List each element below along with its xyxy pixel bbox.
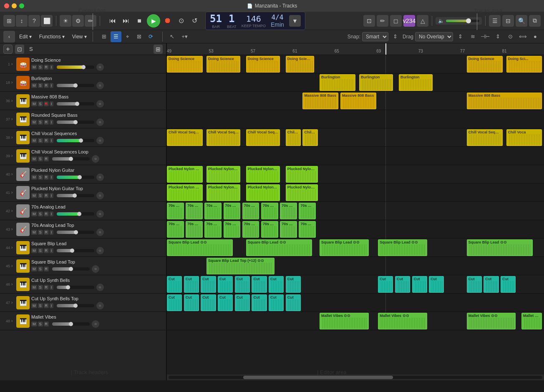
slider-knob[interactable] (70, 249, 74, 253)
clip[interactable]: 70s Anal (299, 221, 316, 238)
ctrl-btn-i[interactable]: I (50, 248, 53, 253)
track-content-row[interactable]: Plucked Nylon GuitPlucked Nylon GuitPluc… (167, 165, 544, 183)
track-content-row[interactable]: 70s Anal70s Anal70s Anal70s Anal70s Anal… (167, 220, 544, 239)
clip[interactable]: 70s Anal (186, 203, 203, 219)
ctrl-btn-s[interactable]: S (38, 101, 43, 106)
right-btn-2[interactable]: ✏ (377, 15, 388, 27)
volume-knob[interactable] (466, 18, 471, 23)
drag-select[interactable]: No Overlap (415, 32, 453, 41)
clip[interactable]: Square Blip Lead ⊙⊙ (467, 239, 533, 256)
clip[interactable]: 70s Anal (186, 221, 203, 238)
track-expand-arrow[interactable]: › (11, 153, 16, 158)
clip[interactable]: Mallet Vibes ⊙⊙ (320, 313, 369, 329)
track-view-btn[interactable]: ⊞ (154, 45, 163, 54)
slider-knob[interactable] (73, 193, 77, 198)
list-view-btn[interactable]: ☰ (489, 15, 501, 27)
track-expand-arrow[interactable]: › (11, 172, 16, 176)
clip[interactable]: Cut (235, 276, 250, 293)
track-content-row[interactable] (167, 147, 544, 165)
slider-knob[interactable] (75, 102, 79, 106)
right-btn-3[interactable]: ◻ (390, 15, 402, 27)
overdub-button[interactable]: ⊙ (175, 15, 187, 27)
snap-select[interactable]: Smart (362, 32, 388, 41)
ctrl-btn-s[interactable]: S (38, 65, 43, 70)
clip[interactable]: Massive 808 Bass (302, 93, 338, 109)
traffic-lights[interactable] (4, 3, 24, 8)
midi-button[interactable]: v234 (403, 15, 415, 27)
clip[interactable]: 70s Anal (224, 221, 241, 238)
clip[interactable]: Chill Vocal Sequen (167, 129, 203, 146)
clip[interactable]: 70s Anal (299, 203, 316, 219)
solo-btn[interactable]: ⊙ (505, 31, 516, 42)
lcd-expand-button[interactable]: ▼ (289, 15, 301, 27)
track-volume-slider[interactable] (57, 176, 94, 179)
track-volume-slider[interactable] (57, 65, 94, 69)
clip[interactable]: Cut (412, 276, 427, 293)
clip[interactable]: Cut (286, 276, 301, 293)
ctrl-btn-r[interactable]: R (44, 230, 49, 235)
track-vol-knob[interactable]: ○ (96, 247, 104, 254)
snap-arrow[interactable]: ⇕ (390, 31, 401, 42)
dot-btn[interactable]: ● (530, 31, 541, 42)
add-track-button[interactable]: + (3, 45, 13, 54)
clip[interactable]: Cut (429, 276, 444, 293)
track-content-row[interactable]: Chill Vocal SequenChill Vocal SequenChil… (167, 128, 544, 147)
slider-knob[interactable] (81, 65, 86, 69)
slider-knob[interactable] (74, 230, 78, 234)
clip[interactable]: Plucked Nylon Gui (286, 166, 318, 183)
track-content-row[interactable]: 70s Anal70s Anal70s Anal70s Anal70s Anal… (167, 202, 544, 220)
ctrl-btn-m[interactable]: M (31, 175, 37, 180)
clip[interactable]: Cut (218, 294, 233, 311)
ctrl-btn-i[interactable]: I (50, 285, 53, 290)
track-expand-arrow[interactable]: › (11, 190, 16, 195)
track-vol-knob[interactable]: ○ (96, 173, 104, 181)
ctrl-btn-r[interactable]: R (44, 266, 49, 271)
ctrl-btn-i[interactable]: I (50, 101, 53, 106)
slider-knob[interactable] (69, 267, 73, 271)
clip[interactable]: Cut (167, 276, 182, 293)
ctrl-btn-m[interactable]: M (31, 322, 37, 327)
clip[interactable]: 70s Anal (280, 203, 297, 219)
clip[interactable]: 70s Anal (167, 203, 184, 219)
right-btn-5[interactable]: △ (417, 15, 428, 27)
clip[interactable]: Square Blip Lead ⊙⊙ (320, 239, 369, 256)
slider-knob[interactable] (79, 138, 83, 143)
clip[interactable]: Plucked Nylon Guit (246, 184, 280, 201)
ctrl-btn-i[interactable]: I (50, 175, 53, 180)
track-volume-slider[interactable] (57, 286, 94, 289)
clip[interactable]: Doing Science (286, 56, 314, 73)
clip[interactable]: Cut (201, 294, 216, 311)
score-btn[interactable]: ⊟ (502, 15, 514, 27)
clip[interactable]: Doing Sci... (506, 56, 542, 73)
track-content-row[interactable]: Plucked Nylon GuitPlucked Nylon GuitPluc… (167, 183, 544, 202)
edit-tool[interactable]: ⌖ (122, 31, 133, 42)
track-vol-knob[interactable]: ○ (92, 155, 99, 163)
stop-button[interactable]: ■ (133, 15, 145, 27)
track-expand-arrow[interactable]: › (11, 245, 16, 250)
ctrl-btn-r[interactable]: R (44, 101, 49, 106)
clip[interactable]: Burlington (320, 74, 355, 91)
track-content-row[interactable]: Mallet Vibes ⊙⊙Mallet Vibes ⊙⊙Mallet Vib… (167, 312, 544, 330)
track-volume-slider[interactable] (52, 322, 90, 326)
clip[interactable]: Burlington (399, 74, 433, 91)
tracks-scroll[interactable]: Doing ScienceDoing ScienceDoing ScienceD… (167, 55, 544, 374)
ctrl-btn-s[interactable]: S (38, 83, 43, 88)
ctrl-btn-r[interactable]: R (44, 193, 49, 198)
slider-knob[interactable] (66, 285, 70, 289)
slider-knob[interactable] (73, 120, 78, 124)
fast-forward-button[interactable]: ⏭ (120, 15, 132, 27)
clip[interactable]: Cut (252, 294, 267, 311)
clip[interactable]: Cut (167, 294, 182, 311)
ctrl-btn-r[interactable]: R (44, 248, 49, 253)
ctrl-btn-s[interactable]: S (38, 230, 43, 235)
track-expand-arrow[interactable]: › (11, 300, 16, 305)
track-volume-slider[interactable] (52, 157, 90, 161)
slider-knob[interactable] (69, 157, 73, 161)
track-volume-slider[interactable] (57, 84, 94, 87)
menu-edit[interactable]: Edit ▾ (16, 32, 35, 41)
track-vol-knob[interactable]: ○ (96, 82, 104, 89)
ctrl-btn-i[interactable]: I (50, 83, 53, 88)
clip[interactable]: Plucked Nylon Guit (167, 184, 203, 201)
ctrl-btn-r[interactable]: R (44, 303, 49, 308)
cycle-button[interactable]: ↺ (189, 15, 200, 27)
